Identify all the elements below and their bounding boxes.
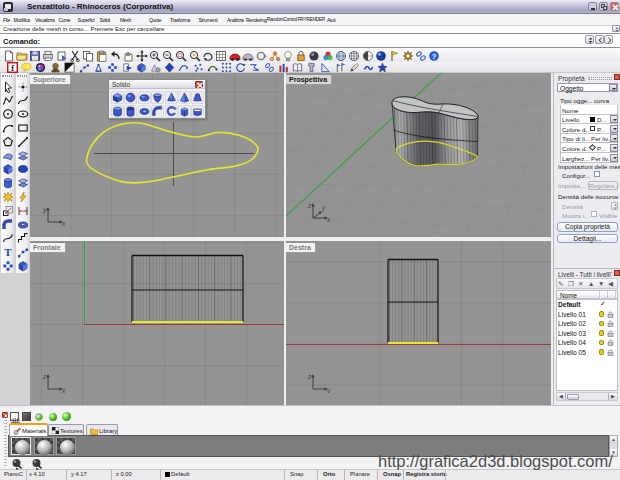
svg-text:y: y (321, 204, 326, 212)
svg-text:x: x (61, 220, 66, 226)
svg-text:z: z (42, 373, 47, 380)
svg-text:z: z (307, 202, 312, 209)
svg-text:T: T (4, 246, 12, 258)
svg-text:y: y (42, 206, 47, 214)
svg-text:y: y (326, 387, 331, 393)
svg-text:x: x (326, 216, 331, 222)
svg-text:f: f (11, 63, 14, 72)
svg-text:?: ? (432, 51, 437, 60)
svg-text:x: x (61, 387, 66, 393)
svg-text:z: z (307, 373, 312, 380)
